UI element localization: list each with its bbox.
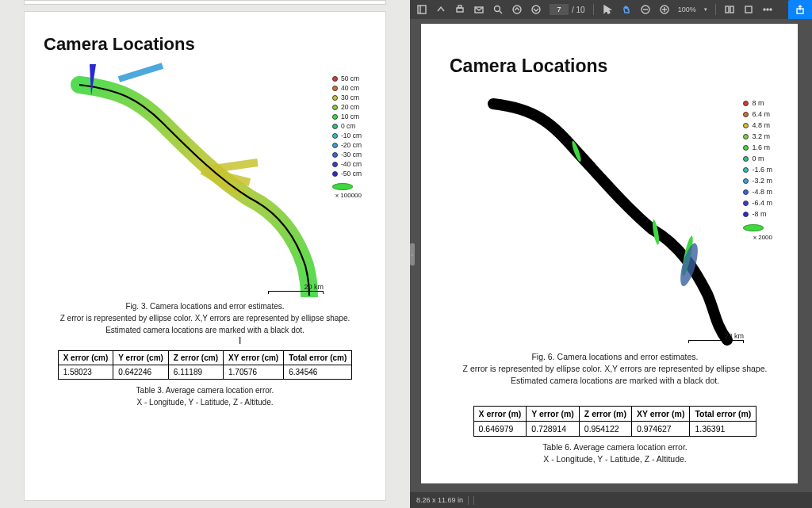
figure-caption: Fig. 3. Camera locations and error estim…: [44, 300, 366, 336]
legend-label: 6.4 m: [752, 109, 770, 120]
legend-label: -40 cm: [341, 159, 362, 169]
left-viewer: Camera Locations I: [0, 0, 410, 508]
right-scroll-area[interactable]: Camera Locations 8 m6.4 m4.8 m3.2 m1.6: [410, 19, 812, 492]
hand-tool-icon[interactable]: [621, 4, 632, 15]
svg-rect-14: [726, 6, 729, 13]
legend-item: 10 cm: [332, 112, 362, 121]
legend-swatch: [743, 123, 749, 128]
table-header: XY error (cm): [223, 351, 283, 365]
svg-line-6: [500, 11, 502, 13]
svg-point-18: [767, 9, 768, 10]
legend-swatch: [743, 212, 749, 217]
figure-legend: 50 cm40 cm30 cm20 cm10 cm0 cm-10 cm-20 c…: [332, 74, 362, 201]
table-cell: 0.728914: [527, 422, 580, 437]
legend-item: -1.6 m: [743, 164, 772, 175]
table-header: Z error (m): [579, 407, 631, 422]
more-icon[interactable]: [762, 4, 773, 15]
legend-label: 0 m: [752, 153, 764, 164]
legend-label: -6.4 m: [752, 197, 772, 208]
legend-item: -40 cm: [332, 159, 362, 169]
mail-icon[interactable]: [473, 4, 485, 15]
svg-rect-16: [745, 6, 752, 13]
legend-swatch: [743, 112, 749, 117]
legend-label: -30 cm: [341, 150, 362, 159]
legend-item: -8 m: [743, 208, 772, 220]
legend-label: 50 cm: [341, 74, 359, 83]
table-cell: 0.642246: [113, 365, 169, 380]
legend-swatch: [332, 114, 338, 120]
svg-point-17: [764, 9, 765, 10]
legend-item: -20 cm: [332, 140, 362, 150]
svg-point-19: [770, 9, 772, 10]
pane-divider[interactable]: ›: [410, 243, 415, 265]
right-viewer: / 10 100% ▾ Camera Locations: [410, 0, 812, 508]
print-icon[interactable]: [454, 4, 465, 15]
view-mode-icon[interactable]: [743, 4, 754, 15]
legend-item: 20 cm: [332, 102, 362, 112]
legend-item: 50 cm: [332, 74, 362, 83]
legend-swatch: [332, 152, 338, 158]
legend-swatch: [332, 162, 338, 167]
legend-swatch: [332, 133, 338, 139]
table-cell: 6.34546: [284, 365, 352, 380]
scale-label: 20 km: [688, 332, 744, 340]
pdf-toolbar: / 10 100% ▾: [410, 0, 812, 19]
table-caption: Table 3. Average camera location error. …: [44, 384, 366, 408]
legend-swatch: [743, 189, 749, 195]
legend-label: -50 cm: [341, 169, 362, 178]
table-header: Total error (m): [690, 407, 756, 422]
svg-point-5: [495, 6, 500, 12]
legend-label: 8 m: [752, 97, 764, 109]
legend-item: 3.2 m: [743, 131, 772, 142]
table-header: XY error (m): [631, 407, 690, 422]
legend-label: -8 m: [752, 208, 766, 220]
legend-label: -4.8 m: [752, 186, 772, 197]
legend-swatch: [332, 171, 338, 177]
figure-caption: Fig. 6. Camera locations and error estim…: [450, 351, 780, 387]
table-header: Total error (cm): [284, 351, 352, 365]
ellipse-scale-marker: [743, 224, 764, 231]
legend-item: 0 m: [743, 153, 772, 164]
legend-item: -4.8 m: [743, 186, 772, 197]
table-cell: 0.646979: [473, 422, 527, 437]
search-icon[interactable]: [492, 4, 504, 15]
page-number-input[interactable]: [550, 4, 569, 15]
svg-point-7: [513, 6, 521, 13]
page-down-icon[interactable]: [530, 4, 542, 15]
legend-label: -3.2 m: [752, 175, 772, 186]
legend-item: -50 cm: [332, 169, 362, 178]
layout-icon[interactable]: [724, 4, 735, 15]
legend-label: 3.2 m: [752, 131, 770, 142]
page-up-icon[interactable]: [511, 4, 523, 15]
figure-camera-locations: 50 cm40 cm30 cm20 cm10 cm0 cm-10 cm-20 c…: [44, 59, 366, 297]
scale-label: 20 km: [268, 283, 324, 291]
ellipse-scale-label: x 100000: [332, 191, 362, 201]
page-title: Camera Locations: [450, 55, 780, 77]
share-button[interactable]: [788, 0, 812, 19]
legend-label: -10 cm: [341, 131, 362, 140]
legend-label: 4.8 m: [752, 120, 770, 131]
page-dimensions: 8.26 x 11.69 in: [416, 496, 463, 504]
zoom-in-icon[interactable]: [659, 4, 670, 15]
zoom-level[interactable]: 100%: [678, 6, 696, 13]
figure-legend: 8 m6.4 m4.8 m3.2 m1.6 m0 m-1.6 m-3.2 m-4…: [743, 97, 772, 243]
legend-label: 20 cm: [341, 102, 359, 112]
page-total: / 10: [572, 6, 585, 14]
page-title: Camera Locations: [44, 34, 366, 55]
up-icon[interactable]: [435, 4, 446, 15]
legend-item: 0 cm: [332, 121, 362, 131]
sidebar-toggle-icon[interactable]: [416, 4, 427, 15]
table-header: X error (cm): [58, 351, 113, 365]
page-indicator: / 10: [550, 4, 585, 15]
zoom-dropdown-icon[interactable]: ▾: [704, 6, 707, 13]
table-cell: 0.974627: [631, 422, 690, 437]
zoom-out-icon[interactable]: [640, 4, 651, 15]
left-scroll-area[interactable]: Camera Locations I: [0, 11, 410, 508]
text-cursor-icon: I: [239, 335, 241, 346]
table-cell: 1.58023: [58, 365, 113, 380]
svg-rect-15: [730, 6, 733, 13]
svg-rect-0: [418, 6, 426, 13]
pointer-tool-icon[interactable]: [602, 4, 613, 15]
table-header: Y error (m): [527, 407, 580, 422]
table-cell: 1.36391: [690, 422, 756, 437]
